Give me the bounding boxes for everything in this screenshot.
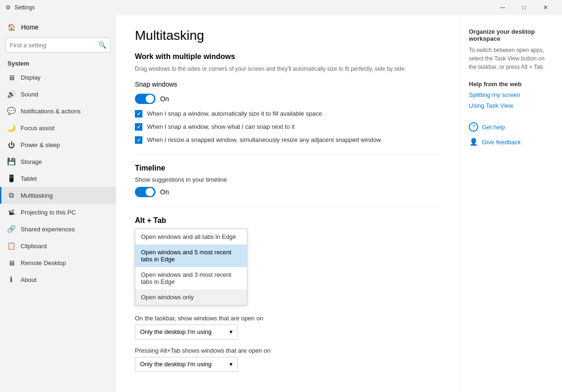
sidebar-item-projecting[interactable]: 📽 Projecting to this PC [0, 204, 116, 221]
sidebar-item-about[interactable]: ℹ About [0, 271, 116, 288]
get-help-action[interactable]: ? Get help [469, 122, 553, 132]
snap-toggle-row: Snap windows [135, 81, 440, 88]
timeline-suggestions-label: Show suggestions in your timeline [135, 176, 440, 183]
sidebar-item-label: About [21, 276, 37, 283]
sidebar-item-shared[interactable]: 🔗 Shared experiences [0, 221, 116, 237]
timeline-toggle[interactable] [135, 187, 155, 197]
sidebar-item-label: Sound [21, 91, 38, 98]
taskbar-dropdown[interactable]: Only the desktop I'm using ▾ [135, 325, 238, 340]
alt-tab-option-3[interactable]: Open windows only [135, 289, 247, 305]
alttab-dropdown[interactable]: Only the desktop I'm using ▾ [135, 357, 238, 372]
checkbox-label-3: When I resize a snapped window, simultan… [147, 136, 381, 144]
help-title: Help from the web [469, 81, 553, 88]
display-icon: 🖥 [7, 74, 15, 81]
give-feedback-icon: 👤 [469, 137, 478, 147]
checkbox-row-3: ✓ When I resize a snapped window, simult… [135, 136, 440, 144]
give-feedback-action[interactable]: 👤 Give feedback [469, 137, 553, 147]
sidebar-item-label: Power & sleep [21, 141, 60, 148]
shared-icon: 🔗 [7, 225, 15, 233]
focus-icon: 🌙 [7, 124, 15, 132]
give-feedback-label: Give feedback [482, 139, 521, 146]
snap-toggle-container: On [135, 94, 440, 104]
sidebar-item-label: Notifications & actions [21, 108, 81, 115]
title-bar-left: ⚙ Settings [6, 4, 35, 11]
alttab-dropdown-value: Only the desktop I'm using [140, 361, 212, 368]
checkbox-3[interactable]: ✓ [135, 136, 142, 144]
sidebar-item-tablet[interactable]: 📱 Tablet [0, 170, 116, 187]
sidebar-section-label: System [0, 56, 116, 69]
home-icon: 🏠 [7, 23, 15, 31]
section-alt-tab: Alt + Tab Open windows and all tabs in E… [135, 216, 440, 305]
checkbox-check-2: ✓ [137, 124, 141, 130]
power-icon: ⏻ [7, 141, 15, 148]
main-content: Multitasking Work with multiple windows … [116, 15, 459, 392]
storage-icon: 💾 [7, 158, 15, 165]
settings-icon: ⚙ [6, 4, 11, 11]
sidebar-item-label: Clipboard [21, 243, 47, 250]
alt-tab-dropdown-list: Open windows and all tabs in Edge Open w… [135, 229, 247, 305]
get-help-icon: ? [469, 122, 478, 132]
alt-tab-option-0[interactable]: Open windows and all tabs in Edge [135, 229, 247, 244]
checkbox-row-2: ✓ When I snap a window, show what I can … [135, 123, 440, 131]
snap-windows-label: Snap windows [135, 81, 177, 88]
sidebar-item-sound[interactable]: 🔊 Sound [0, 86, 116, 103]
section-work-windows: Work with multiple windows Drag windows … [135, 52, 440, 145]
link-task-view[interactable]: Using Task View [469, 102, 553, 109]
timeline-toggle-label: On [160, 188, 169, 196]
timeline-toggle-knob [146, 188, 154, 196]
projecting-icon: 📽 [7, 208, 15, 216]
title-bar-controls: — □ ✕ [492, 0, 556, 15]
sidebar-item-display[interactable]: 🖥 Display [0, 69, 116, 86]
search-box[interactable]: 🔍 [6, 37, 111, 52]
sidebar-item-power[interactable]: ⏻ Power & sleep [0, 136, 116, 153]
timeline-toggle-row: On [135, 187, 440, 197]
close-button[interactable]: ✕ [535, 0, 556, 15]
sidebar-item-home[interactable]: 🏠 Home [0, 19, 116, 36]
restore-button[interactable]: □ [513, 0, 535, 15]
remote-icon: 🖥 [7, 259, 15, 266]
section-taskbar: On the taskbar, show windows that are op… [135, 315, 440, 372]
checkbox-check-1: ✓ [137, 111, 141, 117]
checkbox-label-1: When I snap a window, automatically size… [147, 110, 322, 118]
sidebar-item-label: Display [21, 74, 41, 81]
snap-toggle-label: On [160, 95, 169, 103]
app-title: Settings [15, 4, 35, 11]
about-icon: ℹ [7, 276, 15, 283]
sidebar: 🏠 Home 🔍 System 🖥 Display 🔊 Sound 💬 Noti… [0, 15, 116, 392]
alt-tab-option-1[interactable]: Open windows and 5 most recent tabs in E… [135, 244, 247, 267]
taskbar-dropdown-value: Only the desktop I'm using [140, 328, 212, 335]
sidebar-item-focus[interactable]: 🌙 Focus assist [0, 119, 116, 136]
work-windows-title: Work with multiple windows [135, 52, 440, 61]
organize-title: Organize your desktop workspace [469, 28, 553, 42]
sidebar-item-multitasking[interactable]: ⧉ Multitasking [0, 187, 116, 204]
multitasking-icon: ⧉ [7, 192, 15, 199]
taskbar-show-label: On the taskbar, show windows that are op… [135, 315, 440, 322]
divider-1 [135, 154, 440, 155]
divider-2 [135, 207, 440, 207]
section-timeline: Timeline Show suggestions in your timeli… [135, 164, 440, 197]
alt-tab-dropdown-container: Open windows and all tabs in Edge Open w… [135, 229, 247, 305]
alt-tab-option-2[interactable]: Open windows and 3 most recent tabs in E… [135, 267, 247, 289]
search-input[interactable] [10, 42, 96, 49]
timeline-title: Timeline [135, 164, 440, 172]
sidebar-item-storage[interactable]: 💾 Storage [0, 153, 116, 170]
sidebar-item-notifications[interactable]: 💬 Notifications & actions [0, 103, 116, 119]
minimize-button[interactable]: — [492, 0, 513, 15]
sidebar-item-clipboard[interactable]: 📋 Clipboard [0, 237, 116, 254]
checkbox-1[interactable]: ✓ [135, 110, 142, 118]
sidebar-item-label: Shared experiences [21, 226, 75, 233]
checkbox-2[interactable]: ✓ [135, 123, 142, 131]
tablet-icon: 📱 [7, 175, 15, 182]
snap-toggle[interactable] [135, 94, 155, 104]
sidebar-item-label: Projecting to this PC [21, 209, 76, 216]
alttab-show-label: Pressing Alt+Tab shows windows that are … [135, 347, 440, 354]
home-label: Home [21, 23, 38, 31]
sidebar-item-label: Focus assist [21, 125, 54, 132]
link-splitting[interactable]: Splitting my screen [469, 91, 553, 98]
alttab-dropdown-chevron: ▾ [229, 361, 233, 368]
organize-desc: To switch between open apps, select the … [469, 46, 553, 71]
checkbox-row-1: ✓ When I snap a window, automatically si… [135, 110, 440, 118]
sidebar-item-remote[interactable]: 🖥 Remote Desktop [0, 254, 116, 271]
taskbar-dropdown-chevron: ▾ [229, 328, 233, 335]
alt-tab-title: Alt + Tab [135, 216, 440, 225]
